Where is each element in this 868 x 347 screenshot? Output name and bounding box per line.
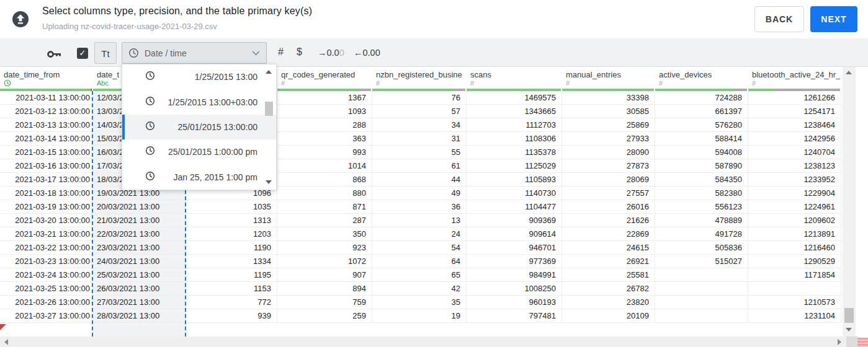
table-cell: 30585	[562, 105, 655, 118]
table-cell: 1229904	[748, 187, 841, 200]
corner-artifact	[857, 338, 868, 347]
table-cell: 797481	[467, 309, 562, 323]
table-cell: 939	[186, 309, 277, 323]
table-cell: 42	[372, 282, 467, 296]
scroll-left-icon[interactable]	[4, 339, 8, 345]
dropdown-scroll-up-icon[interactable]	[266, 70, 272, 74]
table-cell: 21626	[562, 214, 655, 227]
table-cell: 19	[372, 309, 467, 323]
vertical-scrollbar[interactable]	[843, 67, 856, 336]
column-header[interactable]: qr_codes_generated#	[277, 67, 372, 89]
selected-column-border-left	[92, 91, 93, 336]
table-cell: 2021-03-27 13:00:00	[0, 309, 93, 323]
table-cell: 27/03/2021 13:00	[93, 296, 186, 309]
table-cell: 1104477	[467, 200, 562, 214]
back-button[interactable]: BACK	[754, 6, 804, 32]
clock-icon	[128, 48, 139, 58]
table-cell: 1261266	[748, 91, 841, 105]
column-type-select[interactable]: Date / time	[122, 42, 267, 64]
table-cell: 76	[372, 91, 467, 105]
clock-icon	[4, 79, 11, 87]
table-cell: 13	[372, 214, 467, 227]
scroll-down-icon[interactable]	[846, 328, 852, 332]
table-cell: 20109	[562, 309, 655, 323]
table-cell: 661397	[655, 105, 748, 118]
clock-icon	[145, 146, 155, 156]
next-button[interactable]: NEXT	[810, 6, 857, 32]
column-header-label: nzbn_registered_busine	[376, 70, 462, 79]
table-row: 2021-03-20 13:00:0021/03/2021 13:0013132…	[0, 214, 841, 227]
text-type-icon: Tt	[101, 48, 109, 59]
clock-icon	[145, 121, 155, 131]
horizontal-scrollbar[interactable]	[0, 336, 846, 347]
table-cell: 772	[186, 296, 277, 309]
table-row: 2021-03-26 13:00:0027/03/2021 13:0077275…	[0, 296, 841, 309]
table-cell: 2021-03-19 13:00:00	[0, 200, 93, 214]
table-cell	[655, 268, 748, 282]
table-cell: 2021-03-15 13:00:00	[0, 146, 93, 159]
primary-key-icon[interactable]	[47, 50, 61, 61]
table-cell: 1140730	[467, 187, 562, 200]
chevron-down-icon	[252, 50, 260, 56]
column-header[interactable]: manual_entries#	[562, 67, 655, 89]
column-header[interactable]: scans#	[467, 67, 562, 89]
table-cell: 2021-03-12 13:00:00	[0, 105, 93, 118]
number-type-icon[interactable]: #	[278, 46, 284, 58]
arrow-left-icon: ←	[354, 48, 363, 58]
date-format-option[interactable]: 1/25/2015 13:00+03:00	[122, 89, 276, 114]
table-cell: 880	[277, 187, 372, 200]
selected-column-extension	[93, 323, 186, 336]
table-cell: 33398	[562, 91, 655, 105]
clock-icon	[145, 96, 155, 106]
date-format-option[interactable]: 25/01/2015 1:00:00 pm	[122, 139, 276, 164]
table-cell: 1240704	[748, 146, 841, 159]
decrease-decimal-icon[interactable]: ←0.00	[354, 48, 380, 58]
date-format-label: 1/25/2015 13:00+03:00	[168, 97, 257, 107]
scroll-right-icon[interactable]	[838, 339, 841, 345]
table-cell: 1233952	[748, 173, 841, 187]
date-format-option[interactable]: 25/01/2015 13:00:00	[122, 115, 276, 139]
table-cell: 1190	[186, 241, 277, 255]
table-cell: 27557	[562, 187, 655, 200]
increase-decimal-icon[interactable]: →0.00	[318, 48, 344, 58]
table-cell: 1254171	[748, 105, 841, 118]
dropdown-scrollbar-thumb[interactable]	[265, 102, 273, 116]
header: Select columns type, precision, and the …	[0, 0, 868, 38]
vertical-scrollbar-thumb[interactable]	[844, 308, 854, 323]
table-cell: 1334	[186, 255, 277, 268]
currency-type-icon[interactable]: $	[297, 46, 302, 58]
dropdown-scroll-down-icon[interactable]	[266, 180, 272, 184]
date-format-option[interactable]: Jan 25, 2015 1:00 pm	[122, 165, 276, 190]
column-header[interactable]: nzbn_registered_busine#	[372, 67, 467, 89]
table-cell: 2021-03-13 13:00:00	[0, 118, 93, 132]
table-cell: 1210573	[748, 296, 841, 309]
table-cell	[655, 296, 748, 309]
import-wizard-window: Select columns type, precision, and the …	[0, 0, 868, 347]
column-header[interactable]: active_devices#	[655, 67, 748, 89]
column-type-badge: #	[659, 79, 663, 87]
table-cell: 1035	[186, 200, 277, 214]
table-cell: 2021-03-22 13:00:00	[0, 241, 93, 255]
table-cell: 2021-03-11 13:00:00	[0, 91, 93, 105]
table-cell: 1209602	[748, 214, 841, 227]
column-header-label: qr_codes_generated	[281, 70, 355, 79]
date-format-option[interactable]: 1/25/2015 13:00	[122, 64, 276, 89]
upload-status-text: Uploading nz-covid-tracer-usage-2021-03-…	[42, 22, 217, 31]
column-header[interactable]: date_time_from	[0, 67, 93, 89]
table-cell: 65	[372, 268, 467, 282]
table-row: 2021-03-19 13:00:0020/03/2021 13:0010358…	[0, 200, 841, 214]
table-cell: 556123	[655, 200, 748, 214]
table-cell: 55	[372, 146, 467, 159]
table-cell: 1367	[277, 91, 372, 105]
column-selected-checkbox[interactable]: ✓	[77, 48, 88, 59]
table-cell: 27873	[562, 159, 655, 173]
column-type-select-value: Date / time	[145, 48, 252, 58]
text-type-button[interactable]: Tt	[94, 42, 117, 64]
scroll-up-icon[interactable]	[846, 71, 852, 74]
table-cell: 2021-03-20 13:00:00	[0, 214, 93, 227]
page-title: Select columns type, precision, and the …	[42, 6, 312, 17]
table-cell: 2021-03-17 13:00:00	[0, 173, 93, 187]
table-cell: 1105893	[467, 173, 562, 187]
table-row: 2021-03-25 13:00:0026/03/2021 13:0011538…	[0, 282, 841, 296]
column-header[interactable]: bluetooth_active_24_hr_#	[748, 67, 841, 89]
